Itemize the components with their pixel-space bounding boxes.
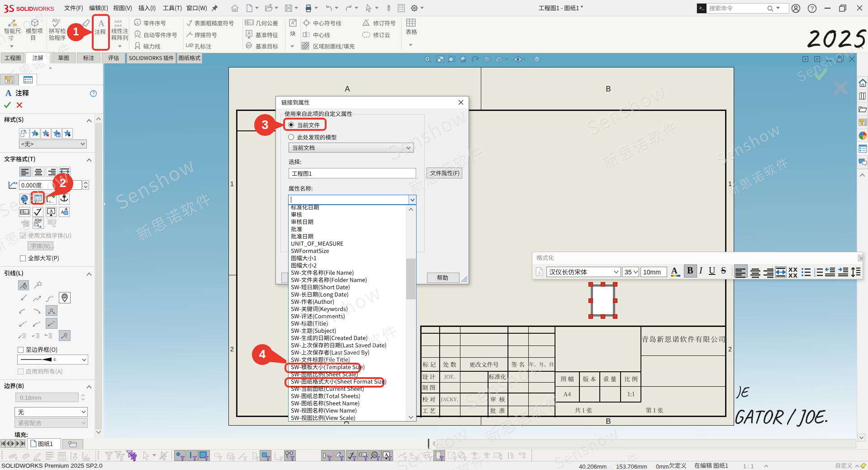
svg-text:x: x: [53, 320, 55, 324]
svg-text:A: A: [24, 130, 27, 134]
svg-text:2: 2: [60, 176, 66, 190]
svg-text:A: A: [291, 20, 294, 25]
svg-text:0.3: 0.3: [249, 21, 254, 25]
svg-text:1: 1: [365, 22, 367, 26]
svg-text:A: A: [61, 209, 64, 215]
svg-text:AAA: AAA: [114, 24, 122, 28]
svg-text:?: ?: [811, 5, 814, 12]
svg-text:SOLIDWORKS: SOLIDWORKS: [16, 6, 54, 12]
svg-text:A: A: [64, 295, 66, 298]
svg-text:x: x: [38, 320, 40, 324]
svg-text:3: 3: [814, 274, 816, 277]
svg-text:A: A: [450, 453, 453, 458]
svg-text:1: 1: [137, 32, 139, 36]
svg-text:A: A: [5, 89, 12, 97]
svg-text:Abc: Abc: [34, 218, 42, 222]
svg-text:0.3: 0.3: [24, 211, 29, 215]
svg-text:AAA: AAA: [114, 19, 122, 24]
svg-text:?: ?: [92, 91, 95, 96]
svg-text:0.3: 0.3: [363, 453, 367, 456]
svg-text:A: A: [247, 31, 251, 36]
svg-text:4: 4: [259, 347, 266, 361]
svg-text:A1: A1: [247, 44, 251, 47]
svg-text:1: 1: [73, 26, 79, 38]
svg-text:2: 2: [814, 271, 816, 274]
svg-text:A: A: [537, 270, 541, 275]
svg-text:A: A: [15, 182, 18, 185]
svg-text:1: 1: [136, 20, 138, 25]
svg-text:3: 3: [261, 118, 268, 132]
svg-text:AT: AT: [425, 454, 429, 457]
svg-text:A: A: [49, 209, 53, 214]
svg-text:x: x: [52, 294, 53, 298]
svg-text:1: 1: [814, 268, 816, 271]
svg-text:x: x: [25, 320, 27, 324]
